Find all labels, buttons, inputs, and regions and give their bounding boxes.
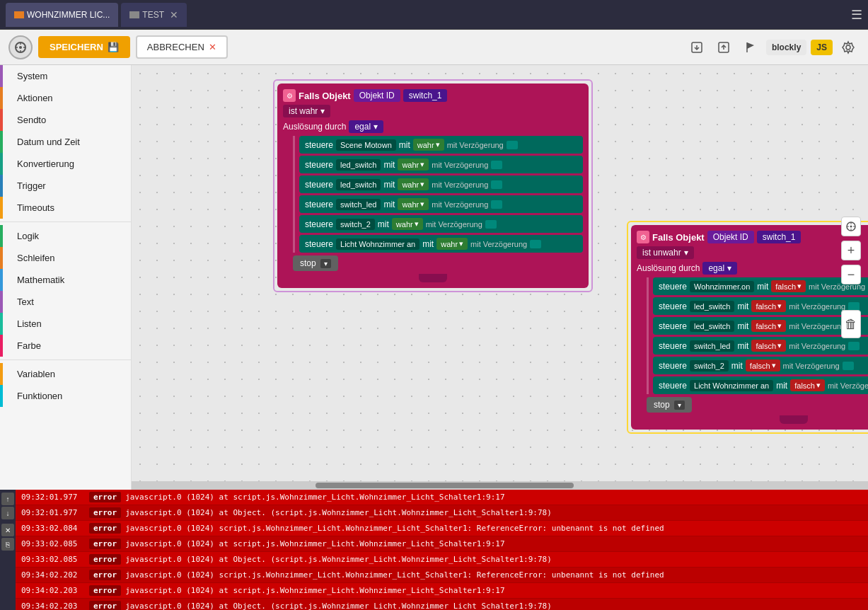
export-icon — [690, 40, 704, 54]
sidebar-item-timeouts[interactable]: Timeouts — [0, 197, 131, 219]
steuere-val-2-5[interactable]: falsch ▾ — [746, 359, 780, 372]
tab-label-wohnzimmer: WOHNZIMMER LIC... — [27, 10, 110, 20]
log-row-4: 09:33:02.085 error javascript.0 (1024) a… — [16, 552, 868, 568]
sidebar-item-schleifen[interactable]: Schleifen — [0, 247, 131, 269]
log-row-3: 09:33:02.085 error javascript.0 (1024) a… — [16, 536, 868, 552]
condition-chip-2[interactable]: ist unwahr ▾ — [637, 246, 694, 259]
topbar: WOHNZIMMER LIC... TEST ✕ ☰ — [0, 0, 868, 30]
trash-button[interactable]: 🗑 — [841, 310, 861, 338]
auslosung-chip-2[interactable]: egal ▾ — [702, 262, 737, 275]
tab-wohnzimmer[interactable]: WOHNZIMMER LIC... — [6, 3, 118, 27]
log-clear-btn[interactable]: ✕ — [1, 524, 14, 536]
sidebar-item-sendto[interactable]: Sendto — [0, 109, 131, 131]
steuere-row-2-3: steuere led_switch mit falsch ▾ mit Verz… — [653, 317, 868, 335]
stop-arrow-2[interactable]: ▾ — [674, 401, 685, 410]
log-time-0: 09:32:01.977 — [21, 493, 85, 502]
log-copy-btn[interactable]: ⎘ — [1, 538, 14, 551]
verz-box-2-4 — [848, 342, 860, 350]
hscroll-thumb[interactable] — [316, 483, 573, 488]
log-msg-3: javascript.0 (1024) at script.js.Wohnzim… — [125, 539, 504, 548]
toolbar: SPEICHERN 💾 ABBRECHEN ✕ blockly JS — [0, 30, 868, 65]
sidebar-item-farbe[interactable]: Farbe — [0, 335, 131, 357]
flag-icon — [743, 40, 758, 54]
log-row-6: 09:34:02.203 error javascript.0 (1024) a… — [16, 583, 868, 599]
steuere-val-1-6[interactable]: wahr ▾ — [436, 238, 468, 250]
close-tab-test[interactable]: ✕ — [170, 9, 178, 21]
steuere-val-1-4[interactable]: wahr ▾ — [398, 198, 429, 210]
falls-icon-2: ⚙ — [637, 231, 649, 243]
steuere-name-1-2: led_switch — [336, 159, 381, 171]
steuere-row-1-1: steuere Scene Motown mit wahr ▾ mit Verz… — [299, 136, 583, 154]
log-time-2: 09:33:02.084 — [21, 524, 85, 533]
cancel-icon: ✕ — [209, 42, 216, 52]
sidebar-item-trigger[interactable]: Trigger — [0, 175, 131, 197]
steuere-name-1-1: Scene Motown — [336, 139, 396, 151]
block-container-1: ⚙ Falls Objekt Objekt ID switch_1 ist wa… — [273, 79, 593, 292]
blockly-canvas[interactable]: ⚙ Falls Objekt Objekt ID switch_1 ist wa… — [132, 65, 868, 490]
cancel-button[interactable]: ABBRECHEN ✕ — [136, 35, 228, 59]
steuere-val-1-5[interactable]: wahr ▾ — [392, 218, 423, 230]
block1-connector — [419, 274, 447, 282]
auslosung-chip-1[interactable]: egal ▾ — [349, 120, 383, 133]
settings-button[interactable] — [837, 36, 860, 59]
sidebar-item-funktionen[interactable]: Funktionen — [0, 385, 131, 407]
steuere-val-2-1[interactable]: falsch ▾ — [771, 280, 806, 292]
log-scroll-up-btn[interactable]: ↑ — [1, 493, 14, 505]
log-row-1: 09:32:01.977 error javascript.0 (1024) a… — [16, 505, 868, 521]
hscroll-bar[interactable] — [132, 481, 868, 490]
compass-canvas-btn[interactable] — [841, 217, 861, 236]
sidebar-item-konvertierung[interactable]: Konvertierung — [0, 153, 131, 175]
falls-objekt-id-label-1: Objekt ID — [354, 89, 400, 102]
log-time-4: 09:33:02.085 — [21, 555, 85, 564]
sidebar-item-listen[interactable]: Listen — [0, 313, 131, 335]
svg-point-11 — [846, 45, 850, 50]
sidebar-item-system[interactable]: System — [0, 65, 131, 87]
condition-chip-1[interactable]: ist wahr ▾ — [283, 105, 330, 117]
steuere-name-2-3: led_switch — [690, 321, 734, 332]
steuere-row-2-2: steuere led_switch mit falsch ▾ mit Verz… — [653, 297, 868, 315]
steuere-val-1-2[interactable]: wahr ▾ — [398, 159, 429, 171]
save-label: SPEICHERN — [50, 42, 103, 52]
verz-box-1-5 — [485, 220, 497, 229]
falls-title-1: Falls Objekt — [299, 91, 351, 101]
log-msg-2: javascript.0 (1024) script.js.Wohnzimmer… — [125, 524, 664, 533]
sidebar-item-datum[interactable]: Datum und Zeit — [0, 131, 131, 153]
steuere-row-1-3: steuere led_switch mit wahr ▾ mit Verzög… — [299, 175, 583, 193]
steuere-val-1-1[interactable]: wahr ▾ — [413, 139, 444, 151]
stop-arrow-1[interactable]: ▾ — [320, 259, 331, 268]
import-button[interactable] — [712, 36, 735, 59]
steuere-val-2-4[interactable]: falsch ▾ — [751, 340, 786, 352]
zoom-out-button[interactable]: − — [841, 265, 861, 284]
tab-test[interactable]: TEST ✕ — [121, 3, 187, 27]
log-msg-7: javascript.0 (1024) at Object. (script.j… — [125, 602, 552, 610]
stop-label-2: stop — [654, 400, 670, 410]
log-time-1: 09:32:01.977 — [21, 508, 85, 517]
compass-canvas-icon — [845, 221, 857, 232]
steuere-val-2-6[interactable]: falsch ▾ — [790, 379, 825, 391]
blockly-badge[interactable]: blockly — [766, 40, 806, 55]
falls-switch-id-1: switch_1 — [403, 89, 448, 102]
tab-icon-test — [129, 11, 139, 18]
log-scroll-down-btn[interactable]: ↓ — [1, 507, 14, 519]
steuere-val-1-3[interactable]: wahr ▾ — [398, 178, 429, 190]
steuere-val-2-3[interactable]: falsch ▾ — [751, 320, 786, 332]
sidebar-item-variablen[interactable]: Variablen — [0, 363, 131, 385]
log-msg-1: javascript.0 (1024) at Object. (script.j… — [125, 508, 552, 517]
hamburger-menu[interactable]: ☰ — [851, 8, 862, 22]
zoom-in-button[interactable]: + — [841, 241, 861, 260]
sidebar-item-mathematik[interactable]: Mathematik — [0, 269, 131, 291]
steuere-row-2-4: steuere switch_led mit falsch ▾ mit Verz… — [653, 337, 868, 355]
verz-box-1-2 — [491, 161, 502, 169]
sidebar-item-aktionen[interactable]: Aktionen — [0, 87, 131, 109]
js-badge[interactable]: JS — [811, 40, 833, 55]
export-button[interactable] — [685, 36, 708, 59]
steuere-val-2-2[interactable]: falsch ▾ — [751, 300, 786, 312]
log-level-7: error — [89, 601, 121, 610]
steuere-row-2-1: steuere Wohnzimmer.on mit falsch ▾ mit V… — [653, 277, 868, 295]
sidebar-item-logik[interactable]: Logik — [0, 225, 131, 247]
compass-button[interactable] — [8, 35, 33, 59]
auslosung-label-2: Auslösung durch — [637, 263, 700, 273]
flag-button[interactable] — [739, 36, 762, 59]
sidebar-item-text[interactable]: Text — [0, 291, 131, 313]
save-button[interactable]: SPEICHERN 💾 — [38, 36, 130, 58]
